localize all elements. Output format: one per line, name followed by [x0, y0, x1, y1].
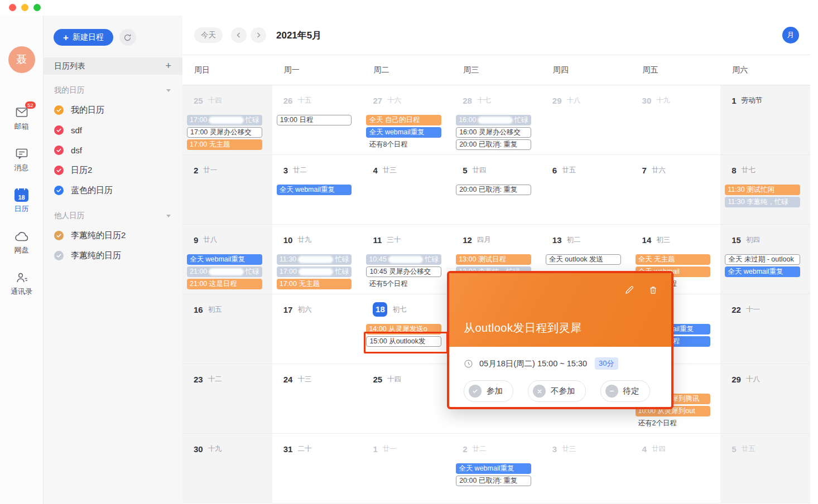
calendar-cell[interactable]: 2廿二全天 webmail重复20:00 已取消: 重复: [451, 434, 541, 503]
calendar-cell[interactable]: 18初七14:00 从灵犀发送o15:00 从outlook发: [362, 294, 451, 364]
calendar-cell[interactable]: 9廿八全天 webmail重复21:00忙碌21:00 这是日程: [182, 225, 272, 294]
calendar-cell[interactable]: 5廿四20:00 已取消: 重复: [451, 155, 541, 225]
calendar-cell[interactable]: 31二十: [272, 434, 362, 503]
event-pill[interactable]: 16:00 灵犀办公移交: [456, 127, 531, 138]
calendar-list-item[interactable]: sdf: [54, 120, 182, 140]
calendar-cell[interactable]: 1劳动节: [720, 85, 810, 155]
more-events-label[interactable]: 还有2个日程: [636, 418, 711, 429]
calendar-cell[interactable]: 28十七16:00忙碌16:00 灵犀办公移交20:00 已取消: 重复: [451, 85, 541, 155]
calendar-cell[interactable]: 29十八: [541, 85, 631, 155]
event-pill[interactable]: 全天 outlook 发送: [546, 254, 621, 265]
calendar-cell[interactable]: 29十八: [720, 364, 810, 434]
event-pill[interactable]: 10:45 灵犀办公移交: [366, 266, 441, 277]
event-pill[interactable]: 19:00 日程: [277, 115, 352, 125]
sidebar-item-messages[interactable]: 消息: [15, 147, 29, 173]
event-pill[interactable]: 全天 webmail重复: [366, 127, 441, 138]
event-pill[interactable]: 13:00 测试日程: [456, 254, 531, 265]
event-pill[interactable]: 21:00 这是日程: [187, 279, 262, 289]
calendar-list-item[interactable]: 蓝色的日历: [54, 180, 182, 200]
calendar-list-item[interactable]: 我的日历: [54, 100, 182, 120]
event-pill[interactable]: 全天 自己的日程: [366, 115, 441, 125]
calendar-group-header[interactable]: 他人日历: [54, 211, 171, 221]
event-pill[interactable]: 全天 webmail重复: [187, 254, 262, 265]
sidebar-item-calendar[interactable]: 18日历: [15, 188, 29, 214]
rsvp-decline-button[interactable]: 不参加: [528, 380, 586, 402]
calendar-checkbox[interactable]: [54, 146, 64, 155]
minimize-window-button[interactable]: [21, 4, 28, 11]
calendar-cell[interactable]: 26十五19:00 日程: [272, 85, 362, 155]
sidebar-item-drive[interactable]: 网盘: [15, 229, 29, 255]
calendar-checkbox[interactable]: [54, 125, 64, 135]
avatar[interactable]: 聂: [8, 46, 35, 73]
delete-icon[interactable]: [648, 285, 658, 295]
calendar-list-item[interactable]: dsf: [54, 140, 182, 160]
calendar-cell[interactable]: 25十四17:00忙碌17:00 灵犀办公移交17:00 无主题: [182, 85, 272, 155]
event-pill[interactable]: 17:00 灵犀办公移交: [187, 127, 262, 138]
calendar-cell[interactable]: 10廿九11:30忙碌17:00忙碌17:00 无主题: [272, 225, 362, 294]
event-pill[interactable]: 21:00忙碌: [187, 266, 262, 277]
sidebar-item-contacts[interactable]: 通讯录: [11, 270, 32, 297]
calendar-cell[interactable]: 4廿四: [631, 434, 721, 503]
event-pill[interactable]: 全天 无主题: [636, 254, 711, 265]
calendar-group-header[interactable]: 我的日历: [54, 85, 171, 95]
calendar-cell[interactable]: 15初四全天 未过期 - outlook全天 webmail重复: [720, 225, 810, 294]
event-pill[interactable]: 14:00 从灵犀发送o: [366, 324, 441, 335]
event-pill[interactable]: 20:00 已取消: 重复: [456, 139, 531, 150]
calendar-cell[interactable]: 24十三: [272, 364, 362, 434]
view-mode-button[interactable]: 月: [782, 27, 799, 43]
calendar-list-item[interactable]: 日历2: [54, 160, 182, 180]
event-pill[interactable]: 11:30忙碌: [277, 254, 352, 265]
today-button[interactable]: 今天: [194, 27, 223, 43]
event-pill[interactable]: 20:00 已取消: 重复: [456, 185, 531, 195]
calendar-cell[interactable]: 11三十10:45忙碌10:45 灵犀办公移交还有5个日程: [362, 225, 451, 294]
calendar-cell[interactable]: 23十二: [182, 364, 272, 434]
calendar-cell[interactable]: 3廿二全天 webmail重复: [272, 155, 362, 225]
rsvp-accept-button[interactable]: 参加: [464, 380, 513, 402]
calendar-cell[interactable]: 6廿五: [541, 155, 631, 225]
calendar-checkbox[interactable]: [54, 186, 64, 195]
event-pill[interactable]: 全天 webmail重复: [725, 266, 800, 277]
calendar-cell[interactable]: 22十一: [720, 294, 810, 364]
event-pill[interactable]: 全天 webmail重复: [277, 185, 352, 195]
event-pill[interactable]: 10:45忙碌: [366, 254, 441, 265]
event-pill[interactable]: 15:00 从outlook发: [366, 336, 441, 347]
calendar-cell[interactable]: 4廿三: [362, 155, 451, 225]
maximize-window-button[interactable]: [33, 4, 41, 11]
more-events-label[interactable]: 还有5个日程: [366, 279, 441, 289]
event-pill[interactable]: 20:00 已取消: 重复: [456, 476, 531, 486]
calendar-cell[interactable]: 3廿三: [541, 434, 631, 503]
calendar-cell[interactable]: 16初五: [182, 294, 272, 364]
event-pill[interactable]: 17:00忙碌: [277, 266, 352, 277]
new-event-button[interactable]: +新建日程: [54, 29, 113, 46]
event-pill[interactable]: 全天 未过期 - outlook: [725, 254, 800, 265]
calendar-cell[interactable]: 27十六全天 自己的日程全天 webmail重复还有8个日程: [362, 85, 451, 155]
calendar-list-item[interactable]: 李蕙纯的日历2: [54, 225, 182, 245]
edit-icon[interactable]: [624, 285, 634, 295]
event-pill[interactable]: 17:00 无主题: [277, 279, 352, 289]
calendar-cell[interactable]: 30十九: [182, 434, 272, 503]
calendar-cell[interactable]: 2廿一: [182, 155, 272, 225]
calendar-cell[interactable]: 17初六: [272, 294, 362, 364]
calendar-checkbox[interactable]: [54, 251, 64, 260]
event-pill[interactable]: 11:30 李蕙纯，忙碌: [725, 197, 800, 207]
calendar-list-item[interactable]: 李蕙纯的日历: [54, 245, 182, 265]
calendar-checkbox[interactable]: [54, 105, 64, 115]
event-pill[interactable]: 16:00忙碌: [456, 115, 531, 125]
event-pill[interactable]: 11:30 测试忙闲: [725, 185, 800, 195]
more-events-label[interactable]: 还有8个日程: [366, 139, 441, 150]
add-calendar-button[interactable]: +: [165, 60, 171, 72]
event-pill[interactable]: 17:00 无主题: [187, 139, 262, 150]
refresh-button[interactable]: [119, 29, 136, 46]
prev-month-button[interactable]: [231, 27, 247, 43]
event-pill[interactable]: 全天 webmail重复: [456, 463, 531, 474]
sidebar-item-mail[interactable]: 52邮箱: [15, 105, 29, 132]
calendar-cell[interactable]: 1廿一: [362, 434, 451, 503]
calendar-checkbox[interactable]: [54, 166, 64, 175]
event-pill[interactable]: 17:00忙碌: [187, 115, 262, 125]
close-window-button[interactable]: [9, 4, 16, 11]
next-month-button[interactable]: [251, 27, 266, 43]
calendar-cell[interactable]: 30十九: [631, 85, 721, 155]
calendar-cell[interactable]: 8廿七11:30 测试忙闲11:30 李蕙纯，忙碌: [720, 155, 810, 225]
rsvp-tentative-button[interactable]: 待定: [600, 380, 650, 402]
calendar-cell[interactable]: 25十四: [362, 364, 451, 434]
